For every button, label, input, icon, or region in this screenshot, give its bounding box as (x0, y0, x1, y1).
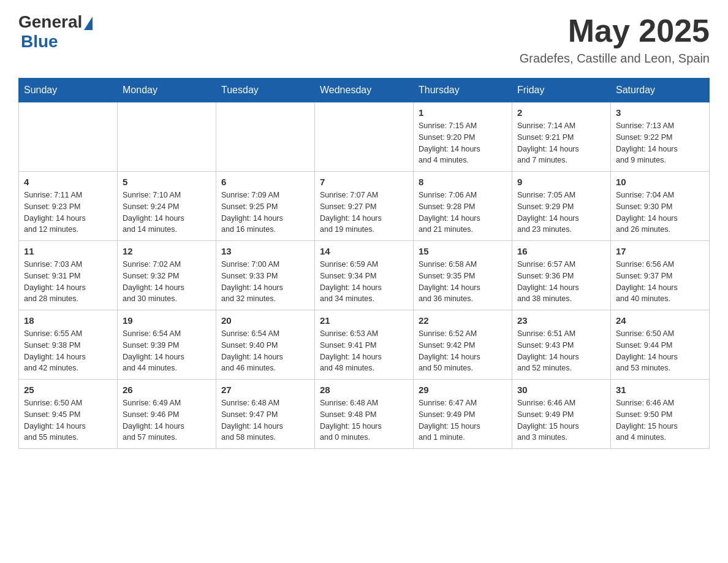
weekday-header-wednesday: Wednesday (315, 79, 414, 102)
day-number: 28 (320, 385, 408, 395)
calendar-cell: 12Sunrise: 7:02 AM Sunset: 9:32 PM Dayli… (118, 241, 216, 310)
day-info: Sunrise: 7:06 AM Sunset: 9:28 PM Dayligh… (419, 190, 507, 236)
day-number: 23 (517, 315, 605, 326)
day-number: 19 (123, 315, 211, 326)
calendar-week-row: 1Sunrise: 7:15 AM Sunset: 9:20 PM Daylig… (19, 102, 710, 172)
day-info: Sunrise: 6:51 AM Sunset: 9:43 PM Dayligh… (517, 328, 605, 374)
day-number: 26 (123, 385, 211, 395)
calendar-cell: 27Sunrise: 6:48 AM Sunset: 9:47 PM Dayli… (216, 380, 315, 449)
weekday-header-sunday: Sunday (19, 79, 118, 102)
calendar-cell (118, 102, 216, 172)
day-info: Sunrise: 7:15 AM Sunset: 9:20 PM Dayligh… (419, 120, 507, 166)
calendar-cell: 31Sunrise: 6:46 AM Sunset: 9:50 PM Dayli… (611, 380, 710, 449)
day-number: 30 (517, 385, 605, 395)
logo-general-text: General (18, 12, 82, 32)
calendar-cell: 1Sunrise: 7:15 AM Sunset: 9:20 PM Daylig… (414, 102, 512, 172)
day-info: Sunrise: 7:09 AM Sunset: 9:25 PM Dayligh… (221, 190, 309, 236)
calendar-cell: 10Sunrise: 7:04 AM Sunset: 9:30 PM Dayli… (611, 172, 710, 241)
calendar-cell: 26Sunrise: 6:49 AM Sunset: 9:46 PM Dayli… (118, 380, 216, 449)
calendar-cell: 3Sunrise: 7:13 AM Sunset: 9:22 PM Daylig… (611, 102, 710, 172)
calendar-cell: 30Sunrise: 6:46 AM Sunset: 9:49 PM Dayli… (512, 380, 611, 449)
day-number: 4 (24, 177, 112, 187)
calendar-cell: 5Sunrise: 7:10 AM Sunset: 9:24 PM Daylig… (118, 172, 216, 241)
day-info: Sunrise: 7:10 AM Sunset: 9:24 PM Dayligh… (123, 190, 211, 236)
day-number: 1 (419, 107, 507, 118)
title-area: May 2025 Gradefes, Castille and Leon, Sp… (520, 12, 710, 66)
weekday-header-tuesday: Tuesday (216, 79, 315, 102)
weekday-header-friday: Friday (512, 79, 611, 102)
day-info: Sunrise: 7:02 AM Sunset: 9:32 PM Dayligh… (123, 259, 211, 305)
day-info: Sunrise: 6:55 AM Sunset: 9:38 PM Dayligh… (24, 328, 112, 374)
day-info: Sunrise: 6:48 AM Sunset: 9:48 PM Dayligh… (320, 397, 408, 443)
weekday-header-saturday: Saturday (611, 79, 710, 102)
day-info: Sunrise: 7:14 AM Sunset: 9:21 PM Dayligh… (517, 120, 605, 166)
day-info: Sunrise: 6:54 AM Sunset: 9:39 PM Dayligh… (123, 328, 211, 374)
day-number: 25 (24, 385, 112, 395)
day-info: Sunrise: 7:07 AM Sunset: 9:27 PM Dayligh… (320, 190, 408, 236)
calendar-cell (315, 102, 414, 172)
logo: General Blue (18, 12, 93, 52)
calendar-cell: 4Sunrise: 7:11 AM Sunset: 9:23 PM Daylig… (19, 172, 118, 241)
day-number: 9 (517, 177, 605, 187)
day-number: 11 (24, 246, 112, 256)
day-number: 22 (419, 315, 507, 326)
day-number: 24 (616, 315, 704, 326)
calendar-cell: 25Sunrise: 6:50 AM Sunset: 9:45 PM Dayli… (19, 380, 118, 449)
calendar-week-row: 18Sunrise: 6:55 AM Sunset: 9:38 PM Dayli… (19, 310, 710, 380)
day-info: Sunrise: 7:03 AM Sunset: 9:31 PM Dayligh… (24, 259, 112, 305)
calendar-cell: 18Sunrise: 6:55 AM Sunset: 9:38 PM Dayli… (19, 310, 118, 380)
calendar-week-row: 25Sunrise: 6:50 AM Sunset: 9:45 PM Dayli… (19, 380, 710, 449)
calendar-cell: 2Sunrise: 7:14 AM Sunset: 9:21 PM Daylig… (512, 102, 611, 172)
day-number: 3 (616, 107, 704, 118)
month-title: May 2025 (520, 12, 710, 49)
day-info: Sunrise: 7:11 AM Sunset: 9:23 PM Dayligh… (24, 190, 112, 236)
day-number: 27 (221, 385, 309, 395)
day-info: Sunrise: 6:47 AM Sunset: 9:49 PM Dayligh… (419, 397, 507, 443)
calendar-cell: 17Sunrise: 6:56 AM Sunset: 9:37 PM Dayli… (611, 241, 710, 310)
day-info: Sunrise: 7:05 AM Sunset: 9:29 PM Dayligh… (517, 190, 605, 236)
calendar-cell: 23Sunrise: 6:51 AM Sunset: 9:43 PM Dayli… (512, 310, 611, 380)
calendar-cell: 13Sunrise: 7:00 AM Sunset: 9:33 PM Dayli… (216, 241, 315, 310)
location-title: Gradefes, Castille and Leon, Spain (520, 52, 710, 66)
day-info: Sunrise: 6:58 AM Sunset: 9:35 PM Dayligh… (419, 259, 507, 305)
day-info: Sunrise: 7:04 AM Sunset: 9:30 PM Dayligh… (616, 190, 704, 236)
day-info: Sunrise: 6:54 AM Sunset: 9:40 PM Dayligh… (221, 328, 309, 374)
calendar-cell: 14Sunrise: 6:59 AM Sunset: 9:34 PM Dayli… (315, 241, 414, 310)
calendar-cell: 11Sunrise: 7:03 AM Sunset: 9:31 PM Dayli… (19, 241, 118, 310)
logo-blue-text: Blue (21, 32, 58, 52)
day-number: 8 (419, 177, 507, 187)
calendar-cell: 20Sunrise: 6:54 AM Sunset: 9:40 PM Dayli… (216, 310, 315, 380)
logo-triangle-icon (84, 17, 93, 30)
day-number: 5 (123, 177, 211, 187)
day-number: 20 (221, 315, 309, 326)
day-number: 14 (320, 246, 408, 256)
day-number: 13 (221, 246, 309, 256)
day-number: 21 (320, 315, 408, 326)
calendar-cell: 15Sunrise: 6:58 AM Sunset: 9:35 PM Dayli… (414, 241, 512, 310)
calendar-cell: 22Sunrise: 6:52 AM Sunset: 9:42 PM Dayli… (414, 310, 512, 380)
day-number: 16 (517, 246, 605, 256)
day-number: 10 (616, 177, 704, 187)
calendar-cell: 21Sunrise: 6:53 AM Sunset: 9:41 PM Dayli… (315, 310, 414, 380)
calendar-cell: 28Sunrise: 6:48 AM Sunset: 9:48 PM Dayli… (315, 380, 414, 449)
day-info: Sunrise: 6:49 AM Sunset: 9:46 PM Dayligh… (123, 397, 211, 443)
day-info: Sunrise: 6:57 AM Sunset: 9:36 PM Dayligh… (517, 259, 605, 305)
day-info: Sunrise: 6:50 AM Sunset: 9:44 PM Dayligh… (616, 328, 704, 374)
day-info: Sunrise: 6:59 AM Sunset: 9:34 PM Dayligh… (320, 259, 408, 305)
day-info: Sunrise: 6:46 AM Sunset: 9:50 PM Dayligh… (616, 397, 704, 443)
page-header: General Blue May 2025 Gradefes, Castille… (18, 12, 710, 66)
weekday-header-thursday: Thursday (414, 79, 512, 102)
calendar-cell: 19Sunrise: 6:54 AM Sunset: 9:39 PM Dayli… (118, 310, 216, 380)
calendar-cell: 8Sunrise: 7:06 AM Sunset: 9:28 PM Daylig… (414, 172, 512, 241)
calendar-week-row: 4Sunrise: 7:11 AM Sunset: 9:23 PM Daylig… (19, 172, 710, 241)
day-info: Sunrise: 6:53 AM Sunset: 9:41 PM Dayligh… (320, 328, 408, 374)
day-info: Sunrise: 6:50 AM Sunset: 9:45 PM Dayligh… (24, 397, 112, 443)
calendar-table: SundayMondayTuesdayWednesdayThursdayFrid… (18, 78, 710, 449)
day-info: Sunrise: 7:13 AM Sunset: 9:22 PM Dayligh… (616, 120, 704, 166)
calendar-cell (19, 102, 118, 172)
day-number: 6 (221, 177, 309, 187)
calendar-week-row: 11Sunrise: 7:03 AM Sunset: 9:31 PM Dayli… (19, 241, 710, 310)
calendar-cell: 6Sunrise: 7:09 AM Sunset: 9:25 PM Daylig… (216, 172, 315, 241)
day-info: Sunrise: 6:52 AM Sunset: 9:42 PM Dayligh… (419, 328, 507, 374)
calendar-cell (216, 102, 315, 172)
